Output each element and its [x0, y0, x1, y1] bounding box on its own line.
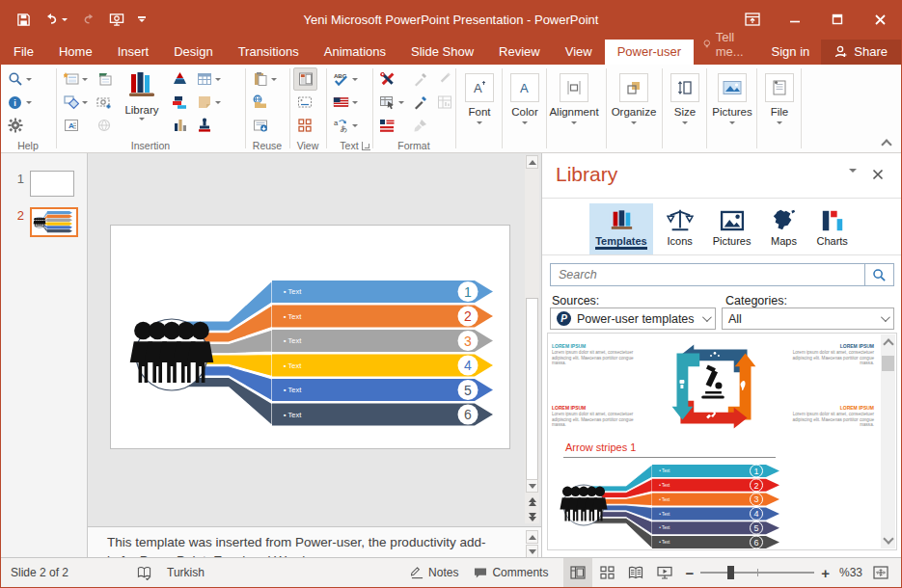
tab-power-user[interactable]: Power-user	[605, 40, 694, 65]
pane-close-button[interactable]	[872, 169, 884, 183]
apply-style-button[interactable]	[409, 91, 431, 114]
tab-view[interactable]: View	[553, 40, 605, 65]
collapse-ribbon-button[interactable]	[880, 139, 893, 148]
zoom-out-button[interactable]: −	[685, 566, 694, 580]
sign-in-button[interactable]: Sign in	[760, 40, 822, 65]
library-tab-icons[interactable]: Icons	[661, 203, 699, 254]
large-button-font[interactable]: A Font	[456, 65, 503, 152]
slide-thumbnail-1[interactable]: 1	[14, 171, 74, 197]
language-status[interactable]: Turkish	[159, 558, 212, 587]
library-scrollbar[interactable]	[881, 334, 895, 548]
normal-view-button[interactable]	[563, 558, 592, 587]
slide-2-preview[interactable]	[30, 207, 78, 237]
duplicate-slide-button[interactable]	[93, 67, 115, 91]
paste-to-library-button[interactable]	[249, 67, 280, 91]
insert-shapes-button[interactable]	[60, 91, 91, 114]
tab-design[interactable]: Design	[161, 40, 225, 65]
translate-button[interactable]: aあ	[330, 114, 361, 137]
sources-dropdown[interactable]: P Power-user templates	[550, 307, 716, 330]
insert-blocks-button[interactable]	[169, 91, 191, 114]
template-item-cycle[interactable]: LOREM IPSUM Lorem ipsum dolor sit amet, …	[552, 339, 880, 438]
text-dialog-launcher[interactable]	[362, 142, 370, 150]
insert-sticky-note-button[interactable]	[193, 91, 224, 114]
save-button[interactable]	[16, 13, 31, 27]
insert-table-button[interactable]	[193, 67, 224, 91]
template-item-arrow-stripes[interactable]: • Text1• Text2• Text3• Text4• Text5• Tex…	[554, 463, 791, 550]
insert-template-button[interactable]	[60, 67, 91, 91]
zoom-level[interactable]: %33	[835, 558, 866, 587]
insert-chart-button[interactable]	[169, 114, 191, 137]
large-button-size[interactable]: Size	[663, 65, 707, 152]
fix-tools-button[interactable]	[376, 67, 407, 91]
select-similar-button[interactable]	[376, 91, 407, 114]
normal-view-ribbon-button[interactable]	[293, 67, 317, 91]
library-search-box[interactable]	[550, 263, 894, 286]
tab-slide-show[interactable]: Slide Show	[398, 40, 486, 65]
previous-slide-button[interactable]	[526, 494, 538, 508]
library-tab-templates[interactable]: Templates	[589, 203, 653, 254]
tab-review[interactable]: Review	[486, 40, 553, 65]
next-slide-button[interactable]	[526, 510, 538, 523]
library-tab-charts[interactable]: Charts	[810, 203, 853, 254]
library-tab-pictures[interactable]: Pictures	[707, 203, 757, 254]
large-button-color[interactable]: A Color	[503, 65, 547, 152]
tab-animations[interactable]: Animations	[312, 40, 398, 65]
undo-button[interactable]	[44, 13, 68, 26]
zoom-slider-thumb[interactable]	[727, 566, 734, 579]
large-button-alignment[interactable]: Alignment	[547, 65, 607, 152]
settings-button[interactable]	[4, 114, 35, 137]
insert-pyramid-button[interactable]	[169, 67, 191, 91]
library-tab-maps[interactable]: Maps	[764, 203, 803, 254]
large-button-pictures[interactable]: Pictures	[707, 65, 757, 152]
start-slideshow-button[interactable]	[109, 13, 124, 27]
screenshot-add-button[interactable]	[93, 91, 115, 114]
search-button[interactable]	[864, 264, 893, 285]
slide-thumbnail-2[interactable]: 2	[14, 207, 78, 237]
scrollbar-thumb[interactable]	[526, 298, 538, 493]
insert-stamp-button[interactable]	[193, 114, 224, 137]
slideshow-view-button[interactable]	[650, 558, 679, 587]
scroll-down-button[interactable]	[526, 479, 538, 493]
share-button[interactable]: Share	[821, 40, 901, 65]
tab-file[interactable]: File	[1, 40, 46, 65]
notes-text[interactable]: This template was inserted from Power-us…	[88, 527, 503, 558]
library-scroll-up-button[interactable]	[881, 340, 895, 348]
reading-view-button[interactable]	[621, 558, 650, 587]
customize-qat-button[interactable]	[138, 16, 146, 22]
undo-dropdown-caret[interactable]	[62, 18, 68, 21]
library-scrollbar-thumb[interactable]	[882, 356, 894, 371]
spell-check-button[interactable]: ABC	[330, 67, 361, 91]
agenda-button[interactable]	[376, 114, 407, 137]
comments-toggle[interactable]: Comments	[466, 558, 556, 587]
language-button[interactable]	[330, 91, 361, 114]
tab-home[interactable]: Home	[46, 40, 105, 65]
notes-toggle[interactable]: Notes	[403, 558, 466, 587]
notes-scroll-up-button[interactable]	[526, 530, 538, 544]
arrow-stripes-diagram[interactable]: ▪ Text1▪ Text2▪ Text3▪ Text4▪ Text5▪ Tex…	[111, 226, 509, 448]
slide-1-preview[interactable]	[30, 171, 74, 197]
search-help-button[interactable]	[4, 67, 35, 91]
slide-form-button[interactable]	[249, 114, 280, 137]
grid-view-button[interactable]	[293, 114, 317, 137]
zoom-in-button[interactable]: +	[821, 566, 830, 580]
tab-transitions[interactable]: Transitions	[226, 40, 312, 65]
library-scroll-down-button[interactable]	[881, 535, 895, 548]
categories-dropdown[interactable]: All	[722, 307, 894, 330]
slide-sorter-view-button[interactable]	[592, 558, 621, 587]
open-shared-library-button[interactable]	[249, 91, 280, 114]
notes-view-button[interactable]	[293, 91, 317, 114]
pane-options-caret[interactable]	[849, 169, 857, 173]
notes-pane[interactable]: This template was inserted from Power-us…	[88, 526, 541, 558]
search-input[interactable]	[551, 268, 864, 281]
large-button-organize[interactable]: Organize	[607, 65, 663, 152]
large-button-file[interactable]: File	[757, 65, 802, 152]
notes-scrollbar[interactable]	[526, 530, 538, 558]
info-button[interactable]: i	[4, 91, 35, 114]
slide-canvas[interactable]: ▪ Text1▪ Text2▪ Text3▪ Text4▪ Text5▪ Tex…	[110, 225, 510, 449]
editor-vertical-scrollbar[interactable]	[525, 155, 539, 523]
tell-me-box[interactable]: Tell me...	[694, 25, 759, 65]
library-button[interactable]: Library	[117, 67, 167, 139]
tab-insert[interactable]: Insert	[105, 40, 162, 65]
zoom-slider-track[interactable]	[700, 572, 814, 574]
fit-slide-to-window-button[interactable]	[866, 558, 895, 587]
